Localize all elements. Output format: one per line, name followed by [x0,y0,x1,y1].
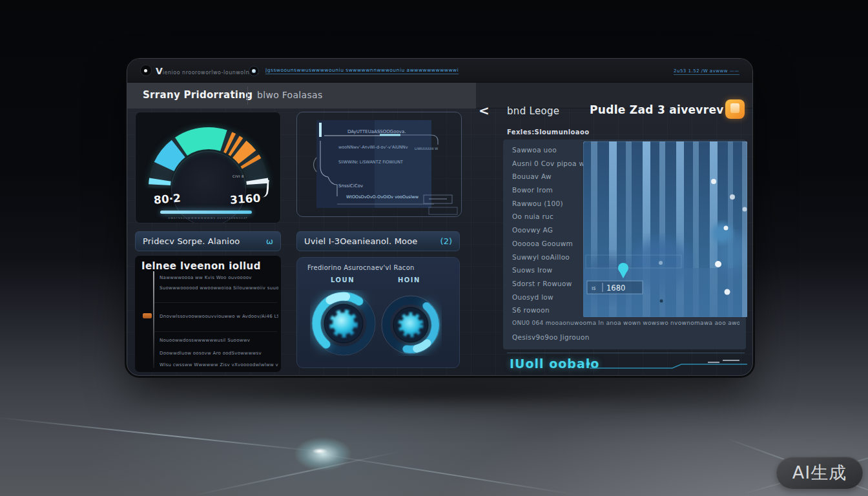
section-header-left[interactable]: Pridecv Sorpe. Alanioo ω [135,231,281,251]
section-header-left-label: Pridecv Sorpe. Alanioo [143,236,240,246]
breadcrumb[interactable]: bnd Leoge [507,105,559,117]
left-list-heading: Ielnee lveenon iollud [141,260,261,272]
right-panel-title: Pudle Zad 3 aivevrev [590,103,724,116]
dashboard-window: Vienioo nrooroworlwo-lounwolniait Jgsswo… [127,58,753,376]
section-header-left-icon[interactable]: ω [266,236,273,246]
tabbar-left-segment: Srrany Pridorrating blwo Foalasas [127,83,476,108]
gauge-arcs [144,123,273,189]
ai-watermark: AI生成 [776,457,863,489]
gauge-value-right: 3160 [229,191,261,206]
floor-light-beam [304,451,578,495]
window-reflection [136,378,743,406]
gauge-value-left: 80·2 [153,191,181,207]
gauge-side-label: CIVI 8 [232,174,244,178]
titlebar: Vienioo nrooroworlwo-lounwolniait Jgsswo… [127,59,752,83]
address-bar-icon [249,66,259,76]
list-item[interactable]: Nouoowwdosswwwwwwusil Suoowwv [160,338,250,343]
floor-light-beam [0,417,327,453]
dials-panel: Frediorino Asurocnaev'vl Racon LOUN HOIN [296,257,460,368]
footer-dash [723,360,739,361]
svg-text:WtOOsOvOvO-OvOiOv vooOuslww: WtOOsOvOvO-OvOiOv vooOuslww [346,194,419,200]
orange-badge [143,313,152,318]
tab-divider [247,87,248,105]
list-item[interactable]: Dnovwlssovoowwoouvviouwwo w Avdoov/Ai46 … [160,314,278,319]
footer-underline [590,362,749,371]
svg-text:1680: 1680 [606,284,625,293]
svg-text:SnssiCiCov: SnssiCiCov [338,183,363,189]
gauge-progress-bar[interactable] [160,211,252,214]
svg-text:LiWIUUUUIII W: LiWIUUUUIII W [415,147,438,150]
gauge-arc-clip [144,123,273,189]
footer-divider [507,353,745,353]
app-title-initial: V [156,66,163,76]
scene: Vienioo nrooroworlwo-lounwolniait Jgsswo… [0,0,868,496]
list-item[interactable]: ONU0 064 mooaonuwooma In anoa wown wowsw… [512,320,739,333]
gauge-tick-text: GWAYSSUUWWWWWWWWS AVVSTASNNO0AT [136,216,280,220]
titlebar-corner-link[interactable]: 2u53 1.52 /W avwww —— [674,68,739,75]
gauge-panel: CIVI 8 80·2 3160 GWAYSSUUWWWWWWWWS AVVST… [135,112,281,223]
list-item[interactable]: Suowwwoooood wwoowwoioa Silouwwwoiiv suu… [160,285,278,291]
dials-title: Frediorino Asurocnaev'vl Racon [307,264,415,271]
app-title-rest: ienioo nrooroworlwo-lounwolniait [163,70,259,76]
knob-right[interactable] [380,294,442,356]
list-item[interactable]: Qesisv9o9oo Jigrouon [512,333,746,347]
gauge-end-stroke [262,180,269,198]
left-list-panel: Ielnee lveenon iollud Nawwwwoooa ww Kvis… [135,256,281,372]
list-separator [154,331,277,332]
chart-panel[interactable]: ıs 1680 [583,141,747,317]
left-list-scroll-line [153,271,154,368]
schematic-drawing: DAyUTTEUaASSOOGoova. wooNNwv'-AnvWi-d-ov… [297,112,461,216]
folder-icon[interactable] [725,99,745,119]
list-item[interactable]: Wlsu cwssww Wwwwww Zisv vXvoooodwlwlww v [160,362,278,367]
list-item[interactable]: Doowwdluow oosovw Aro oodSvowwwwsv [160,351,262,356]
floor-glow-core [312,448,327,454]
dial-label-left: LOUN [331,276,355,284]
list-separator [154,302,277,303]
chart-tooltip: ıs 1680 [587,281,643,294]
floor-light-beam [194,450,402,496]
tab-inactive[interactable]: blwo Foalasas [257,90,322,100]
dial-label-right: HOIN [398,276,420,284]
right-panel-subtitle: Fexles:Sloumunloaoo [507,129,589,136]
section-header-mid-icon[interactable]: (2) [440,236,452,246]
section-header-mid[interactable]: Uviel I-3Oeanieanol. Mooe (2) [296,231,460,251]
svg-text:SliWWiNc LiSWANTZ FiOWiUNT: SliWWiNc LiSWANTZ FiOWiUNT [338,160,403,165]
app-title: Vienioo nrooroworlwo-lounwolniait [156,65,259,77]
svg-text:DAyUTTEUaASSOOGoova.: DAyUTTEUaASSOOGoova. [347,129,406,134]
back-arrow-icon[interactable]: < [479,103,490,118]
section-header-mid-label: Uviel I-3Oeanieanol. Mooe [304,236,418,246]
app-logo-icon [140,65,152,76]
tab-active[interactable]: Srrany Pridorrating [143,89,253,101]
list-item[interactable]: Nawwwwoooa ww Kvis Woo ouvoooov [160,275,252,280]
footer-dash [708,362,719,363]
svg-text:ıs: ıs [592,285,595,291]
svg-text:wooNNwv'-AnvWi-d-ov'-v'AiUNNv: wooNNwv'-AnvWi-d-ov'-v'AiUNNv [338,145,408,150]
chart-canvas: ıs 1680 [583,141,747,317]
address-link[interactable]: Jgsswoounswwuswwwwouniu swwwwwnnwwwouniu… [265,67,459,74]
floor-glow [284,431,362,477]
schematic-panel: DAyUTTEUaASSOOGoova. wooNNwv'-AnvWi-d-ov… [296,112,462,217]
knob-left[interactable] [310,290,377,357]
